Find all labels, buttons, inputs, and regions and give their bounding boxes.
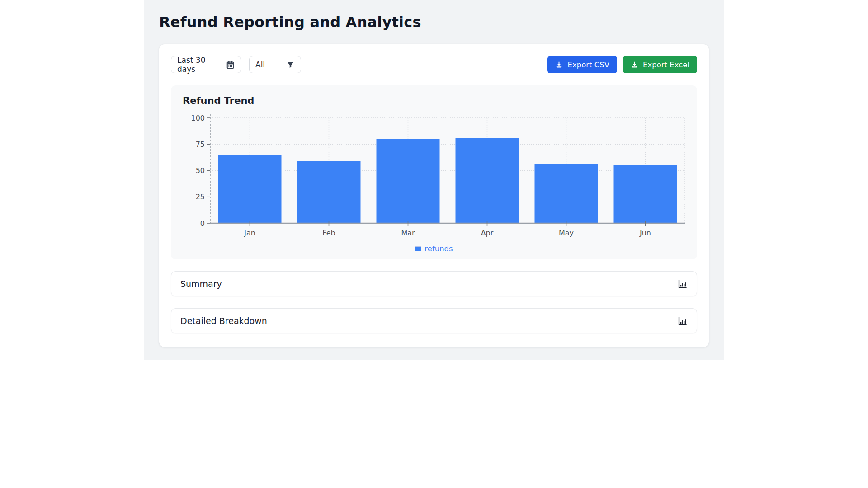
- date-range-value: Last 30 days: [177, 56, 220, 74]
- bar-chart-icon: [677, 316, 688, 326]
- chart-title: Refund Trend: [183, 95, 686, 106]
- svg-text:50: 50: [196, 166, 205, 175]
- filter-funnel-icon: [286, 61, 295, 69]
- refund-trend-bar-chart: 0255075100JanFebMarAprMayJun: [182, 111, 688, 242]
- svg-text:Apr: Apr: [481, 229, 494, 237]
- section-detailed-breakdown-label: Detailed Breakdown: [180, 316, 267, 326]
- filter-value: All: [255, 60, 265, 69]
- chart-legend-item[interactable]: refunds: [182, 244, 686, 253]
- filter-select[interactable]: All: [249, 56, 301, 73]
- svg-text:Jan: Jan: [244, 229, 255, 237]
- report-card: Last 30 days All: [159, 44, 709, 347]
- svg-text:75: 75: [196, 140, 205, 149]
- bar-chart-icon: [677, 279, 688, 289]
- toolbar-actions: Export CSV Export Excel: [547, 56, 697, 73]
- export-csv-button[interactable]: Export CSV: [547, 56, 617, 73]
- legend-label: refunds: [425, 244, 453, 253]
- export-excel-label: Export Excel: [643, 61, 689, 69]
- toolbar-filters: Last 30 days All: [171, 56, 301, 73]
- svg-text:0: 0: [200, 219, 205, 228]
- calendar-icon: [226, 61, 235, 69]
- app-container: Refund Reporting and Analytics Last 30 d…: [144, 0, 724, 360]
- svg-text:Feb: Feb: [322, 229, 335, 237]
- download-icon: [631, 61, 638, 69]
- svg-text:25: 25: [196, 192, 205, 201]
- date-range-select[interactable]: Last 30 days: [171, 56, 241, 73]
- svg-text:100: 100: [191, 114, 205, 122]
- section-summary[interactable]: Summary: [171, 271, 697, 296]
- download-icon: [555, 61, 563, 69]
- svg-text:May: May: [559, 229, 574, 237]
- refund-trend-panel: Refund Trend 0255075100JanFebMarAprMayJu…: [171, 85, 697, 259]
- export-csv-label: Export CSV: [567, 61, 609, 69]
- section-summary-label: Summary: [180, 279, 222, 289]
- export-excel-button[interactable]: Export Excel: [623, 56, 697, 73]
- legend-swatch: [415, 246, 421, 251]
- page-title: Refund Reporting and Analytics: [159, 14, 709, 31]
- toolbar: Last 30 days All: [171, 56, 697, 73]
- svg-text:Mar: Mar: [401, 229, 415, 237]
- section-detailed-breakdown[interactable]: Detailed Breakdown: [171, 308, 697, 333]
- svg-text:Jun: Jun: [639, 229, 651, 237]
